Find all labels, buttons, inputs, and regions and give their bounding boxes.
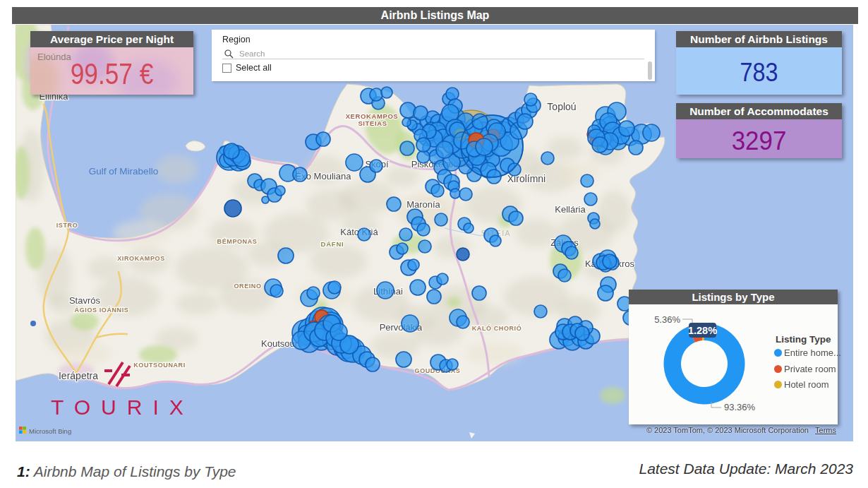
svg-text:KALÓ CHORIÓ: KALÓ CHORIÓ [472, 324, 522, 332]
svg-text:5.36%: 5.36% [654, 314, 680, 325]
svg-text:Kellária: Kellária [555, 204, 586, 215]
svg-text:ÁGIOS IOÁNNIS: ÁGIOS IOÁNNIS [75, 307, 129, 314]
svg-text:OREINO: OREINO [234, 282, 261, 290]
svg-text:1.28%: 1.28% [688, 325, 717, 336]
svg-text:93.36%: 93.36% [724, 402, 756, 412]
svg-text:ISTRO: ISTRO [56, 222, 78, 229]
svg-text:XIROKAMPOS: XIROKAMPOS [117, 255, 165, 262]
svg-text:BÉMPONAS: BÉMPONAS [217, 238, 258, 245]
svg-text:SITEIAS: SITEIAS [358, 119, 387, 127]
svg-text:Toploú: Toploú [547, 101, 576, 112]
svg-text:Stavrós: Stavrós [69, 295, 101, 306]
svg-text:Gulf of Mirabello: Gulf of Mirabello [89, 166, 158, 177]
svg-text:DÁFNI: DÁFNI [320, 240, 344, 248]
svg-text:KOUTSOUNARI: KOUTSOUNARI [133, 362, 186, 369]
svg-text:Maronía: Maronía [406, 199, 440, 210]
svg-text:Ierápetra: Ierápetra [59, 370, 98, 381]
